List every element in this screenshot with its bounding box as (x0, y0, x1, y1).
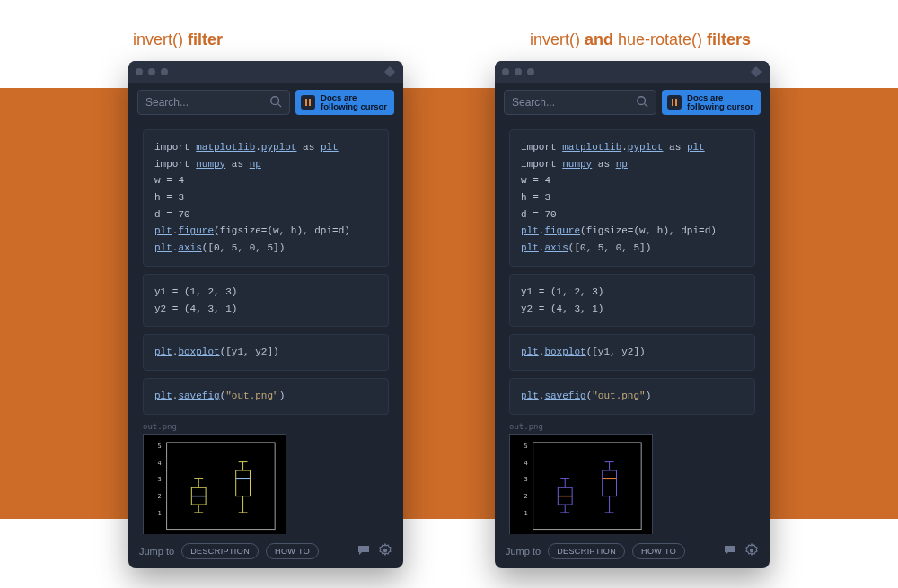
svg-point-25 (638, 96, 646, 104)
svg-text:2: 2 (242, 532, 245, 534)
pause-icon (301, 95, 315, 110)
panel-invert-huerotate: Search... Docs are following cursor impo… (495, 61, 770, 568)
pill-howto[interactable]: HOW TO (632, 543, 685, 559)
toolbar: Search... Docs are following cursor (495, 83, 770, 122)
caption-left: invert() filter (133, 31, 223, 49)
pause-icon (667, 95, 682, 110)
search-input[interactable]: Search... (504, 90, 656, 115)
code-cell-4[interactable]: plt.savefig("out.png") (509, 378, 755, 415)
traffic-light-close[interactable] (502, 68, 509, 75)
svg-text:2: 2 (608, 532, 612, 534)
svg-rect-41 (603, 470, 617, 496)
svg-text:1: 1 (158, 509, 162, 516)
svg-marker-0 (384, 66, 395, 77)
traffic-light-max[interactable] (527, 68, 534, 75)
svg-text:4: 4 (158, 459, 162, 466)
svg-text:3: 3 (158, 476, 162, 483)
traffic-light-max[interactable] (161, 68, 168, 75)
code-area: import matplotlib.pyplot as plt import n… (128, 122, 403, 534)
panel-invert: Search... Docs are following cursor impo… (128, 61, 403, 568)
boxplot-output-invert: 1 2 3 4 5 1 2 (143, 434, 286, 534)
boxplot-output-invert-huerotate: 1 2 3 4 5 1 2 (509, 434, 653, 534)
svg-text:1: 1 (524, 509, 528, 516)
traffic-light-min[interactable] (515, 68, 522, 75)
traffic-light-min[interactable] (148, 68, 155, 75)
svg-rect-3 (167, 442, 275, 529)
svg-text:5: 5 (524, 442, 528, 449)
svg-text:3: 3 (524, 476, 528, 483)
code-cell-4[interactable]: plt.savefig("out.png") (143, 378, 389, 415)
svg-text:5: 5 (158, 442, 162, 449)
code-cell-1[interactable]: import matplotlib.pyplot as plt import n… (509, 129, 755, 267)
svg-point-23 (383, 548, 387, 551)
output-cell: out.png 1 2 3 4 5 1 2 (143, 422, 389, 534)
svg-text:1: 1 (197, 532, 200, 534)
window-titlebar (495, 61, 770, 83)
pill-description[interactable]: DESCRIPTION (181, 543, 259, 559)
gear-icon[interactable] (744, 543, 759, 560)
svg-text:4: 4 (524, 459, 528, 466)
svg-point-1 (271, 96, 279, 104)
output-filename: out.png (143, 422, 389, 431)
output-cell: out.png 1 2 3 4 5 1 2 (509, 422, 755, 534)
pill-howto[interactable]: HOW TO (266, 543, 319, 559)
window-titlebar (128, 61, 403, 83)
docs-follow-button[interactable]: Docs are following cursor (662, 90, 761, 115)
chat-icon[interactable] (357, 543, 371, 560)
app-logo-icon (750, 66, 762, 78)
caption-right: invert() and hue-rotate() filters (530, 31, 751, 49)
chat-icon[interactable] (723, 543, 737, 560)
svg-text:2: 2 (158, 493, 162, 500)
jump-to-label: Jump to (506, 546, 541, 557)
svg-text:1: 1 (563, 532, 567, 534)
jump-to-label: Jump to (139, 546, 174, 557)
toolbar: Search... Docs are following cursor (128, 83, 403, 122)
docs-follow-button[interactable]: Docs are following cursor (295, 90, 394, 115)
gear-icon[interactable] (378, 543, 392, 560)
svg-rect-27 (533, 442, 641, 529)
code-cell-1[interactable]: import matplotlib.pyplot as plt import n… (143, 129, 389, 267)
search-icon (636, 95, 648, 110)
svg-rect-17 (236, 470, 251, 496)
code-area: import matplotlib.pyplot as plt import n… (495, 122, 770, 534)
svg-text:2: 2 (524, 493, 528, 500)
pill-description[interactable]: DESCRIPTION (548, 543, 625, 559)
output-filename: out.png (509, 422, 755, 431)
panel-footer: Jump to DESCRIPTION HOW TO (128, 534, 403, 568)
app-logo-icon (383, 66, 396, 78)
code-cell-3[interactable]: plt.boxplot([y1, y2]) (509, 334, 755, 371)
code-cell-3[interactable]: plt.boxplot([y1, y2]) (143, 334, 389, 371)
svg-line-26 (645, 103, 648, 107)
svg-line-2 (278, 103, 282, 107)
traffic-light-close[interactable] (136, 68, 143, 75)
svg-marker-24 (751, 66, 762, 77)
search-icon (269, 95, 282, 110)
panels-row: Search... Docs are following cursor impo… (0, 61, 898, 568)
panel-footer: Jump to DESCRIPTION HOW TO (495, 534, 770, 568)
svg-point-47 (750, 548, 753, 551)
code-cell-2[interactable]: y1 = (1, 2, 3) y2 = (4, 3, 1) (509, 274, 755, 327)
search-input[interactable]: Search... (137, 90, 290, 115)
code-cell-2[interactable]: y1 = (1, 2, 3) y2 = (4, 3, 1) (143, 274, 389, 327)
